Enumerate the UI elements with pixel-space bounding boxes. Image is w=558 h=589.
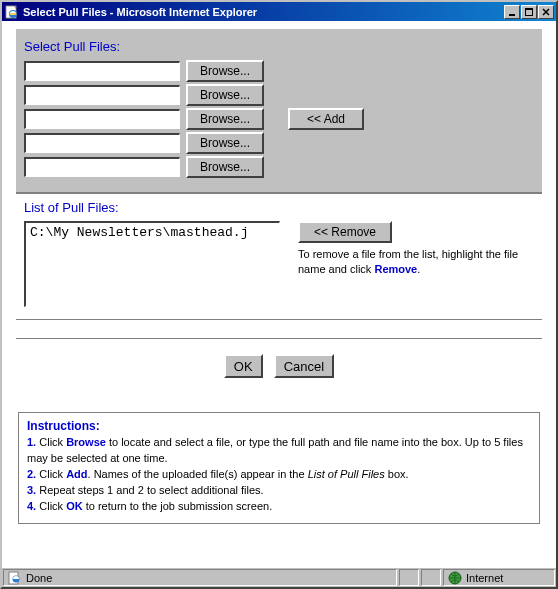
svg-rect-5 <box>525 8 533 10</box>
remove-button[interactable]: << Remove <box>298 221 392 243</box>
remove-help-text: To remove a file from the list, highligh… <box>298 247 534 277</box>
browse-button-4[interactable]: Browse... <box>186 132 264 154</box>
instruction-1: 1. Click Browse to locate and select a f… <box>27 435 531 467</box>
statusbar: Done Internet <box>2 567 556 587</box>
divider <box>16 338 542 340</box>
zone-pane: Internet <box>443 569 555 586</box>
globe-icon <box>448 571 462 585</box>
svg-rect-3 <box>509 14 515 16</box>
file-input-4[interactable] <box>24 133 180 153</box>
instruction-4: 4. Click OK to return to the job submiss… <box>27 499 531 515</box>
list-files-panel: List of Pull Files: C:\My Newsletters\ma… <box>16 194 542 320</box>
ok-button[interactable]: OK <box>224 354 263 378</box>
ie-page-icon <box>8 571 22 585</box>
ie-page-icon <box>4 4 20 20</box>
select-files-panel: Select Pull Files: Browse... Browse... B… <box>16 29 542 194</box>
status-blank-1 <box>399 569 419 586</box>
status-blank-2 <box>421 569 441 586</box>
status-text: Done <box>26 572 52 584</box>
browse-button-2[interactable]: Browse... <box>186 84 264 106</box>
status-pane: Done <box>3 569 397 586</box>
list-item[interactable]: C:\My Newsletters\masthead.j <box>30 225 275 240</box>
dialog-actions: OK Cancel <box>2 354 556 378</box>
instructions-title: Instructions: <box>27 419 531 433</box>
browse-button-5[interactable]: Browse... <box>186 156 264 178</box>
close-button[interactable] <box>538 5 554 19</box>
divider <box>16 192 542 193</box>
instructions-panel: Instructions: 1. Click Browse to locate … <box>18 412 540 524</box>
instruction-3: 3. Repeat steps 1 and 2 to select additi… <box>27 483 531 499</box>
browse-button-1[interactable]: Browse... <box>186 60 264 82</box>
file-input-5[interactable] <box>24 157 180 177</box>
file-input-1[interactable] <box>24 61 180 81</box>
browse-button-3[interactable]: Browse... <box>186 108 264 130</box>
add-button[interactable]: << Add <box>288 108 364 130</box>
minimize-button[interactable] <box>504 5 520 19</box>
window-controls <box>503 5 554 19</box>
select-files-title: Select Pull Files: <box>16 29 542 60</box>
file-rows: Browse... Browse... Browse... << Add Bro… <box>16 60 542 188</box>
file-input-3[interactable] <box>24 109 180 129</box>
instruction-2: 2. Click Add. Names of the uploaded file… <box>27 467 531 483</box>
svg-point-2 <box>9 13 16 15</box>
window-title: Select Pull Files - Microsoft Internet E… <box>20 6 503 18</box>
titlebar: Select Pull Files - Microsoft Internet E… <box>2 2 556 21</box>
file-list-box[interactable]: C:\My Newsletters\masthead.j <box>24 221 280 307</box>
cancel-button[interactable]: Cancel <box>274 354 334 378</box>
content-area: Select Pull Files: Browse... Browse... B… <box>2 21 556 567</box>
list-files-title: List of Pull Files: <box>24 196 534 221</box>
window-frame: Select Pull Files - Microsoft Internet E… <box>0 0 558 589</box>
file-input-2[interactable] <box>24 85 180 105</box>
maximize-button[interactable] <box>521 5 537 19</box>
zone-text: Internet <box>466 572 503 584</box>
